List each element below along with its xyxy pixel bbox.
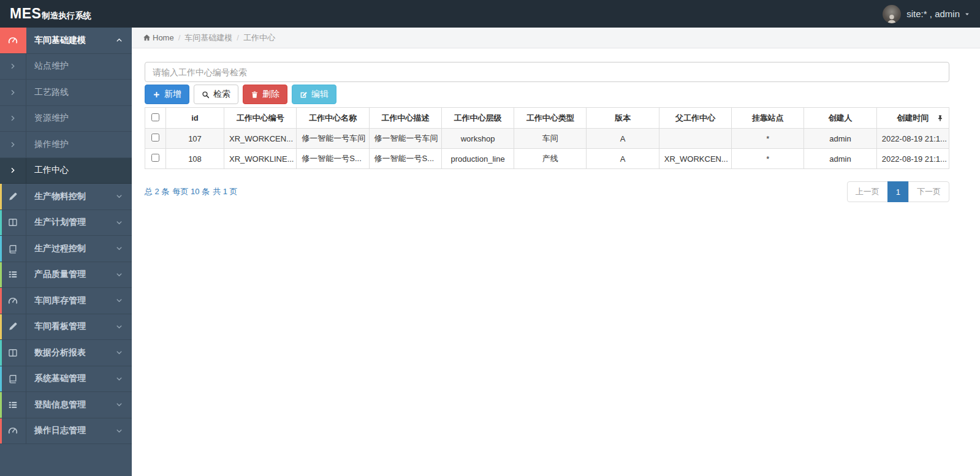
col-header-creator[interactable]: 创建人	[804, 108, 876, 129]
breadcrumb-home-link[interactable]: Home	[143, 33, 174, 42]
columns-icon	[8, 217, 18, 227]
chevron-right-icon	[10, 63, 16, 69]
page-1-button[interactable]: 1	[887, 181, 909, 202]
app-logo[interactable]: MES 制造执行系统	[10, 6, 91, 22]
sidebar-subitem-resource-maintenance[interactable]: 资源维护	[0, 106, 132, 132]
cell-name: 修一智能一号车间	[297, 129, 369, 149]
search-input[interactable]	[145, 62, 949, 82]
edit-button-label: 编辑	[311, 89, 329, 100]
cell-type: 车间	[514, 129, 587, 149]
sidebar-item-label: 登陆信息管理	[26, 399, 116, 410]
sidebar-item-operation-log-management[interactable]: 操作日志管理	[0, 418, 132, 445]
pagination-total: 总 2 条	[145, 186, 169, 197]
sidebar-item-label: 车间看板管理	[26, 321, 116, 332]
col-header-id[interactable]: id	[166, 108, 224, 129]
trash-icon	[251, 91, 259, 99]
col-header-created[interactable]: 创建时间	[876, 108, 949, 129]
breadcrumb-home-label: Home	[153, 33, 174, 42]
tachometer-icon	[8, 36, 18, 45]
prev-page-button[interactable]: 上一页	[847, 181, 888, 202]
chevron-right-icon	[10, 142, 16, 148]
pagination-bar: 总 2 条 每页 10 条 共 1 页 上一页 1 下一页	[145, 181, 949, 202]
sidebar-item-kanban-management[interactable]: 车间看板管理	[0, 314, 132, 341]
col-header-version[interactable]: 版本	[587, 108, 659, 129]
logo-sub-text: 制造执行系统	[42, 10, 91, 21]
row-checkbox[interactable]	[151, 154, 159, 162]
sidebar-item-label: 生产计划管理	[26, 217, 116, 228]
cell-creator: admin	[804, 129, 876, 149]
col-header-parent[interactable]: 父工作中心	[659, 108, 731, 129]
cell-id: 108	[166, 149, 224, 169]
sidebar-subitem-label: 资源维护	[26, 113, 132, 124]
caret-down-icon	[964, 11, 970, 17]
select-all-checkbox[interactable]	[151, 113, 159, 121]
pagination-page-count: 共 1 页	[213, 186, 237, 197]
cell-name: 修一智能一号S...	[297, 149, 369, 169]
chevron-down-icon	[116, 193, 123, 200]
chevron-down-icon	[116, 245, 123, 252]
user-label: site:* , admin	[906, 9, 960, 19]
app: { "navbar": { "logo_main": "MES", "logo_…	[0, 0, 980, 476]
cell-parent: XR_WORKCEN...	[659, 149, 731, 169]
breadcrumb-section[interactable]: 车间基础建模	[184, 32, 232, 43]
columns-icon	[8, 348, 18, 358]
plus-icon	[153, 91, 161, 99]
sidebar-item-quality-management[interactable]: 产品质量管理	[0, 262, 132, 289]
cell-version: A	[587, 149, 659, 169]
chevron-down-icon	[116, 376, 123, 382]
col-header-desc[interactable]: 工作中心描述	[369, 108, 441, 129]
cell-created: 2022-08-19 21:1...	[876, 149, 949, 169]
tachometer-icon	[8, 426, 18, 436]
col-header-code[interactable]: 工作中心编号	[224, 108, 297, 129]
add-button[interactable]: 新增	[145, 85, 189, 104]
search-button[interactable]: 检索	[194, 85, 238, 104]
sidebar-item-data-analysis-report[interactable]: 数据分析报表	[0, 340, 132, 366]
edit-icon	[300, 91, 308, 99]
cell-station: *	[732, 149, 804, 169]
next-page-button[interactable]: 下一页	[908, 181, 949, 202]
sidebar-subitem-work-center[interactable]: 工作中心	[0, 158, 132, 184]
sidebar-item-material-control[interactable]: 生产物料控制	[0, 184, 132, 210]
sidebar-item-workshop-modeling[interactable]: 车间基础建模	[0, 28, 132, 54]
cell-desc: 修一智能一号车间	[369, 129, 441, 149]
sidebar-item-system-management[interactable]: 系统基础管理	[0, 366, 132, 393]
breadcrumb-separator: /	[237, 33, 239, 42]
col-header-type[interactable]: 工作中心类型	[514, 108, 587, 129]
cell-level: production_line	[441, 149, 514, 169]
list-icon	[8, 270, 18, 279]
sidebar-subitem-label: 工作中心	[26, 165, 132, 176]
chevron-up-icon	[116, 37, 123, 43]
cell-creator: admin	[804, 149, 876, 169]
pencil-icon	[8, 322, 18, 331]
sidebar-item-login-info-management[interactable]: 登陆信息管理	[0, 392, 132, 418]
select-all-cell	[145, 108, 166, 129]
tachometer-icon	[8, 296, 18, 306]
col-header-name[interactable]: 工作中心名称	[297, 108, 369, 129]
row-checkbox[interactable]	[151, 134, 159, 142]
sidebar-item-label: 生产过程控制	[26, 243, 116, 254]
col-header-station[interactable]: 挂靠站点	[732, 108, 804, 129]
cell-code: XR_WORKLINE...	[224, 149, 297, 169]
sidebar-item-plan-management[interactable]: 生产计划管理	[0, 210, 132, 236]
col-header-level[interactable]: 工作中心层级	[441, 108, 514, 129]
sidebar-item-process-control[interactable]: 生产过程控制	[0, 236, 132, 262]
sidebar-subitem-process-route[interactable]: 工艺路线	[0, 80, 132, 106]
sidebar-item-label: 车间库存管理	[26, 295, 116, 306]
user-menu[interactable]: site:* , admin	[883, 5, 970, 23]
breadcrumb-separator: /	[178, 33, 181, 42]
pencil-icon	[8, 192, 18, 202]
pagination-per-page[interactable]: 每页 10 条	[172, 186, 210, 197]
pagination-controls: 上一页 1 下一页	[847, 181, 949, 202]
breadcrumb-current: 工作中心	[243, 32, 275, 43]
person-icon	[886, 13, 898, 23]
sidebar-subitem-label: 工艺路线	[26, 87, 132, 98]
cell-code: XR_WORKCEN...	[224, 129, 297, 149]
chevron-down-icon	[116, 271, 123, 278]
edit-button[interactable]: 编辑	[292, 85, 336, 104]
sidebar-item-label: 数据分析报表	[26, 347, 116, 358]
sidebar-item-inventory-management[interactable]: 车间库存管理	[0, 288, 132, 314]
sidebar-subitem-site-maintenance[interactable]: 站点维护	[0, 54, 132, 80]
delete-button[interactable]: 删除	[243, 85, 287, 104]
add-button-label: 新增	[164, 89, 181, 100]
sidebar-subitem-operation-maintenance[interactable]: 操作维护	[0, 132, 132, 158]
